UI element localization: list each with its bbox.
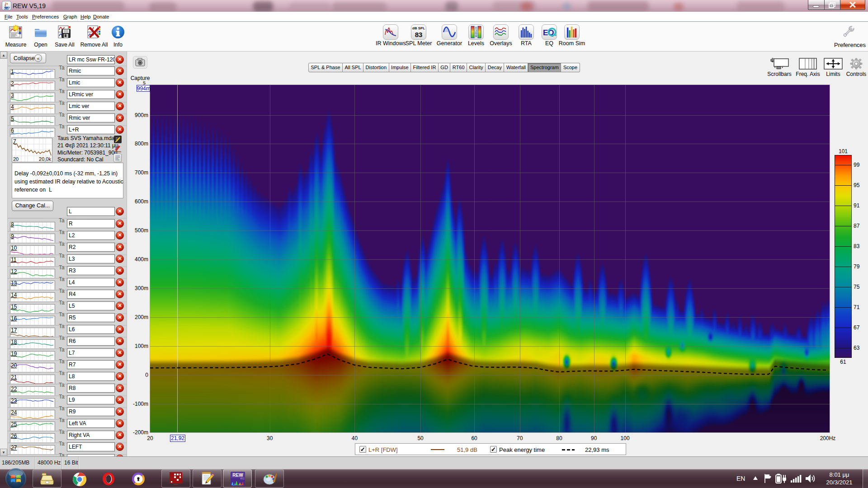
svg-text:83: 83 xyxy=(415,31,423,38)
svg-text:dB SPL: dB SPL xyxy=(412,26,425,30)
svg-text:9: 9 xyxy=(475,35,477,38)
svg-text:REW: REW xyxy=(232,473,243,478)
svg-text:▪▪▪▪▪▪▪: ▪▪▪▪▪▪▪ xyxy=(174,483,179,486)
svg-text:V5.1: V5.1 xyxy=(240,478,245,480)
